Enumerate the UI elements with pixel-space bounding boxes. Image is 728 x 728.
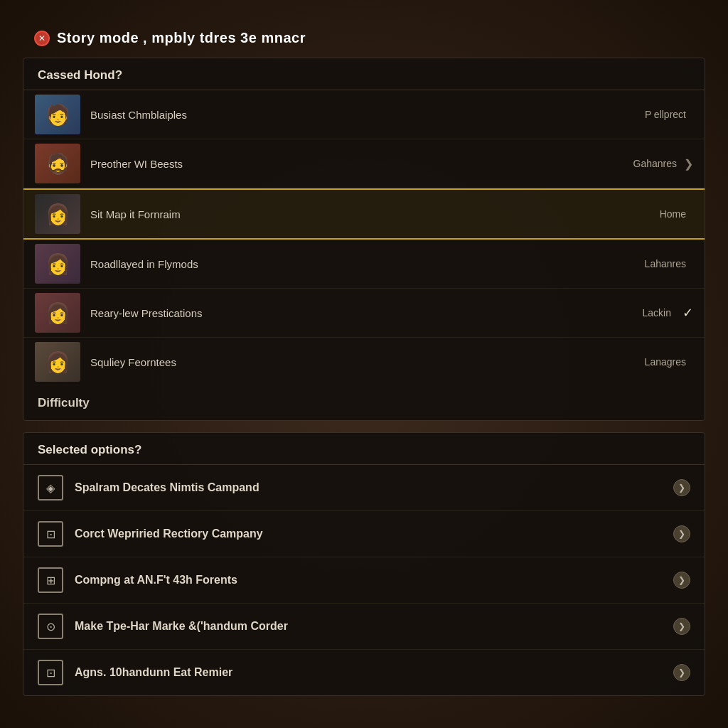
option-arrow-2: ❯ bbox=[673, 525, 690, 542]
option-icon-1: ◈ bbox=[38, 475, 63, 500]
bottom-panel: Selected options? ◈ Spalram Decates Nimt… bbox=[23, 432, 705, 696]
char-status-3: Home bbox=[660, 208, 686, 220]
option-text-3: Compng at AN.F't 43h Forents bbox=[75, 574, 673, 587]
top-panel: Cassed Hond? 🧑 Busiast Chmblaiples P ell… bbox=[23, 58, 705, 421]
option-row-3[interactable]: ⊞ Compng at AN.F't 43h Forents ❯ bbox=[23, 557, 705, 604]
option-text-5: Agns. 10handunn Eat Remier bbox=[75, 666, 673, 679]
char-status-2: Gahanres bbox=[633, 158, 677, 169]
char-avatar-2: 🧔 bbox=[35, 144, 80, 183]
difficulty-label: Difficulty bbox=[38, 396, 90, 410]
option-icon-2: ⊡ bbox=[38, 521, 63, 547]
char-arrow-2: ❯ bbox=[684, 157, 693, 171]
char-name-4: Roadllayed in Flymods bbox=[90, 258, 645, 270]
option-text-1: Spalram Decates Nimtis Campand bbox=[75, 481, 673, 494]
option-text-4: Make Tpe-Har Marke &('handum Corder bbox=[75, 620, 673, 633]
char-row-4[interactable]: 👩 Roadllayed in Flymods Lahanres bbox=[23, 240, 705, 289]
option-icon-5: ⊡ bbox=[38, 660, 63, 685]
char-name-6: Squliey Feorntees bbox=[90, 356, 645, 368]
character-list: 🧑 Busiast Chmblaiples P ellprect 🧔 Preot… bbox=[23, 90, 705, 386]
option-text-2: Corct Wepriried Rectiory Campany bbox=[75, 528, 673, 540]
char-row-6[interactable]: 👩 Squliey Feorntees Lanagres bbox=[23, 338, 705, 386]
option-arrow-5: ❯ bbox=[673, 664, 690, 681]
option-row-2[interactable]: ⊡ Corct Wepriried Rectiory Campany ❯ bbox=[23, 511, 705, 557]
checkmark-5: ✓ bbox=[682, 305, 693, 321]
difficulty-section: Difficulty bbox=[23, 386, 705, 420]
char-row-5[interactable]: 👩 Reary-lew Prestications Lackin ✓ bbox=[23, 289, 705, 338]
title-bar: ✕ Story mode , mpbly tdres 3e mnacr bbox=[23, 21, 705, 55]
option-row-5[interactable]: ⊡ Agns. 10handunn Eat Remier ❯ bbox=[23, 650, 705, 695]
option-icon-3: ⊞ bbox=[38, 567, 63, 593]
option-arrow-1: ❯ bbox=[673, 479, 690, 496]
char-status-1: P ellprect bbox=[645, 109, 686, 120]
modal-container: ✕ Story mode , mpbly tdres 3e mnacr Cass… bbox=[23, 21, 705, 707]
bottom-panel-header: Selected options? bbox=[23, 433, 705, 465]
char-avatar-1: 🧑 bbox=[35, 95, 80, 134]
char-name-2: Preother WI Beests bbox=[90, 158, 633, 170]
char-row-3[interactable]: 👩 Sit Map it Fornraim Home bbox=[23, 188, 705, 240]
window-title: Story mode , mpbly tdres 3e mnacr bbox=[57, 30, 306, 46]
char-status-5: Lackin bbox=[643, 307, 671, 318]
char-name-1: Busiast Chmblaiples bbox=[90, 109, 645, 121]
char-name-5: Reary-lew Prestications bbox=[90, 307, 643, 319]
char-status-6: Lanagres bbox=[645, 356, 686, 368]
char-avatar-4: 👩 bbox=[35, 244, 80, 284]
close-button[interactable]: ✕ bbox=[34, 31, 50, 46]
option-row-1[interactable]: ◈ Spalram Decates Nimtis Campand ❯ bbox=[23, 465, 705, 511]
option-icon-4: ⊙ bbox=[38, 614, 63, 639]
char-status-4: Lahanres bbox=[645, 258, 686, 269]
char-avatar-6: 👩 bbox=[35, 342, 80, 382]
app-background: ✕ Story mode , mpbly tdres 3e mnacr Cass… bbox=[0, 0, 728, 728]
char-name-3: Sit Map it Fornraim bbox=[90, 208, 660, 220]
char-row-2[interactable]: 🧔 Preother WI Beests Gahanres ❯ bbox=[23, 139, 705, 188]
option-arrow-4: ❯ bbox=[673, 618, 690, 635]
option-arrow-3: ❯ bbox=[673, 572, 690, 589]
option-row-4[interactable]: ⊙ Make Tpe-Har Marke &('handum Corder ❯ bbox=[23, 604, 705, 650]
top-panel-header: Cassed Hond? bbox=[23, 58, 705, 90]
char-avatar-5: 👩 bbox=[35, 293, 80, 333]
char-avatar-3: 👩 bbox=[35, 194, 80, 234]
char-row-1[interactable]: 🧑 Busiast Chmblaiples P ellprect bbox=[23, 90, 705, 139]
options-list: ◈ Spalram Decates Nimtis Campand ❯ ⊡ Cor… bbox=[23, 465, 705, 695]
